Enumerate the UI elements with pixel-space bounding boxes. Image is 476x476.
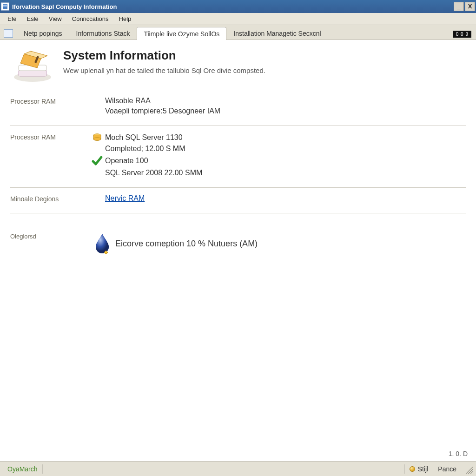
titlebar: Iforvation Sapl Computy Information _ X — [0, 0, 476, 13]
row-label: Minoale Degions — [10, 194, 89, 205]
close-button[interactable]: X — [465, 2, 475, 11]
status-button-pance[interactable]: Pance — [433, 464, 461, 474]
menu-help[interactable]: Help — [114, 14, 136, 24]
row-label: Processor RAM — [10, 97, 89, 117]
check-icon — [89, 155, 105, 167]
page-subtitle: Wew uplenall yn hat de tailed the tallub… — [63, 66, 265, 74]
menu-view[interactable]: View — [44, 14, 66, 24]
statusbar: OyaMarch Stijl Pance — [0, 461, 476, 476]
tabbar-icon — [4, 29, 13, 38]
svg-rect-1 — [3, 5, 7, 7]
tab-installation-managetic[interactable]: Installation Managetic Secxcnl — [226, 26, 328, 40]
status-button-label: Stijl — [418, 465, 429, 473]
drop-icon — [89, 232, 115, 255]
row-label: Olegiorsd — [10, 232, 89, 257]
version-label: 1. 0. D — [449, 450, 468, 457]
status-button-label: Pance — [438, 465, 456, 473]
row-olegiorsd: Olegiorsd Eicorve comeption 10 % Nutuers… — [10, 213, 466, 265]
row-value: Voaepli tompiere:5 Desogneer IAM — [105, 107, 466, 115]
menu-esle[interactable]: Esle — [22, 14, 43, 24]
status-dot-icon — [410, 466, 415, 472]
tab-informations-stack[interactable]: Informutions Stack — [69, 26, 137, 40]
app-icon — [1, 2, 9, 11]
minimize-button[interactable]: _ — [454, 2, 464, 11]
tab-timple-live[interactable]: Tiimple live Ozyme SollOs — [137, 27, 226, 40]
row-value: Moch SQL Server 1130 — [105, 133, 466, 142]
tabbar-badge: 0 0 9 — [453, 31, 471, 38]
tabbar: Netp popings Informutions Stack Tiimple … — [0, 25, 476, 40]
window-title: Iforvation Sapl Computy Information — [12, 3, 454, 10]
row-value: SQL Server 2008 22.00 SMM — [105, 169, 466, 177]
row-label: Processor RAM — [10, 132, 89, 179]
page-header: System Information Wew uplenall yn hat d… — [0, 40, 476, 90]
row-minoale-degions: Minoale Degions Nervic RAM — [10, 188, 466, 213]
window-controls: _ X — [454, 2, 475, 11]
menu-conriccations[interactable]: Conriccations — [67, 14, 113, 24]
page-title: System Information — [63, 48, 265, 63]
row-value: Eicorve comeption 10 % Nutuers (AM) — [115, 239, 466, 249]
status-button-stijl[interactable]: Stijl — [404, 464, 433, 474]
row-value: Completed; 12.00 S MM — [105, 145, 466, 153]
menu-efe[interactable]: Efe — [3, 14, 21, 24]
row-processor-ram-1: Processor RAM Wilsoble RAA Voaepli tompi… — [10, 90, 466, 126]
content-area: System Information Wew uplenall yn hat d… — [0, 40, 476, 461]
row-value: Openate 100 — [105, 157, 466, 165]
database-icon — [89, 132, 105, 143]
row-value: Wilsoble RAA — [105, 97, 466, 105]
computer-stack-icon — [10, 48, 57, 86]
menubar: Efe Esle View Conriccations Help — [0, 13, 476, 25]
resize-grip-icon[interactable] — [464, 464, 473, 474]
tab-netp-popings[interactable]: Netp popings — [17, 26, 69, 40]
info-rows: Processor RAM Wilsoble RAA Voaepli tompi… — [0, 90, 476, 265]
nervic-ram-link[interactable]: Nervic RAM — [105, 194, 466, 203]
row-processor-ram-2: Processor RAM Moch SQL Server 1130 Compl… — [10, 126, 466, 188]
status-left[interactable]: OyaMarch — [3, 464, 43, 474]
